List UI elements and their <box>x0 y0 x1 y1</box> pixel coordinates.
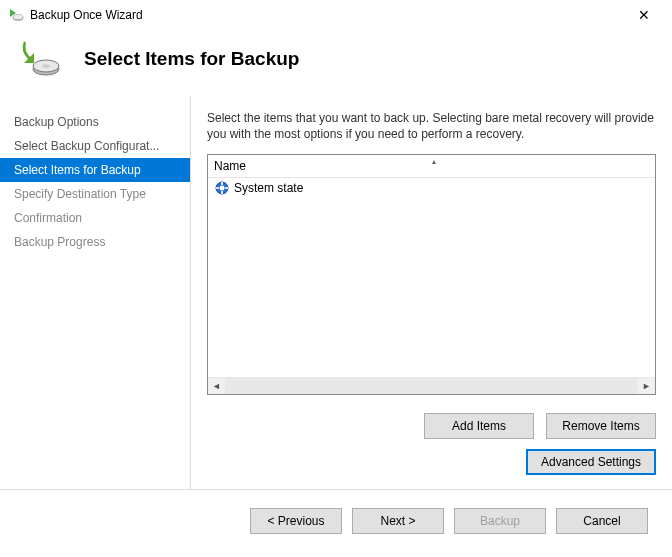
scroll-left-icon[interactable]: ◄ <box>208 378 225 395</box>
page-title: Select Items for Backup <box>84 48 299 70</box>
main-panel: Select the items that you want to back u… <box>191 96 672 489</box>
wizard-icon <box>20 39 60 79</box>
sidebar-item-confirmation: Confirmation <box>0 206 190 230</box>
scroll-track[interactable] <box>225 378 638 395</box>
next-button[interactable]: Next > <box>352 508 444 534</box>
app-icon <box>8 7 24 23</box>
sidebar-item-select-items[interactable]: Select Items for Backup <box>0 158 190 182</box>
svg-point-6 <box>220 186 225 191</box>
sidebar-item-select-backup-config[interactable]: Select Backup Configurat... <box>0 134 190 158</box>
svg-rect-7 <box>221 182 223 185</box>
cancel-button[interactable]: Cancel <box>556 508 648 534</box>
sidebar-item-backup-options[interactable]: Backup Options <box>0 110 190 134</box>
svg-rect-9 <box>216 188 219 190</box>
list-body: System state <box>208 178 655 377</box>
sidebar-item-backup-progress: Backup Progress <box>0 230 190 254</box>
window-title: Backup Once Wizard <box>30 8 624 22</box>
titlebar: Backup Once Wizard ✕ <box>0 0 672 30</box>
backup-button: Backup <box>454 508 546 534</box>
list-item-label: System state <box>234 181 303 195</box>
add-items-button[interactable]: Add Items <box>424 413 534 439</box>
list-item[interactable]: System state <box>208 178 655 198</box>
remove-items-button[interactable]: Remove Items <box>546 413 656 439</box>
svg-rect-8 <box>221 191 223 194</box>
svg-point-1 <box>13 15 23 20</box>
wizard-header: Select Items for Backup <box>0 30 672 96</box>
column-header-name[interactable]: Name ▴ <box>208 155 655 178</box>
wizard-footer: < Previous Next > Backup Cancel <box>0 490 672 552</box>
svg-point-4 <box>42 64 50 68</box>
scroll-right-icon[interactable]: ► <box>638 378 655 395</box>
system-state-icon <box>214 180 230 196</box>
close-button[interactable]: ✕ <box>624 3 664 27</box>
items-list[interactable]: Name ▴ System state <box>207 154 656 395</box>
description-text: Select the items that you want to back u… <box>207 110 656 142</box>
wizard-steps-sidebar: Backup Options Select Backup Configurat.… <box>0 96 190 489</box>
advanced-settings-button[interactable]: Advanced Settings <box>526 449 656 475</box>
horizontal-scrollbar[interactable]: ◄ ► <box>208 377 655 394</box>
previous-button[interactable]: < Previous <box>250 508 342 534</box>
sidebar-item-destination-type: Specify Destination Type <box>0 182 190 206</box>
sort-indicator-icon: ▴ <box>432 157 436 166</box>
svg-rect-10 <box>225 188 228 190</box>
column-header-label: Name <box>214 159 246 173</box>
